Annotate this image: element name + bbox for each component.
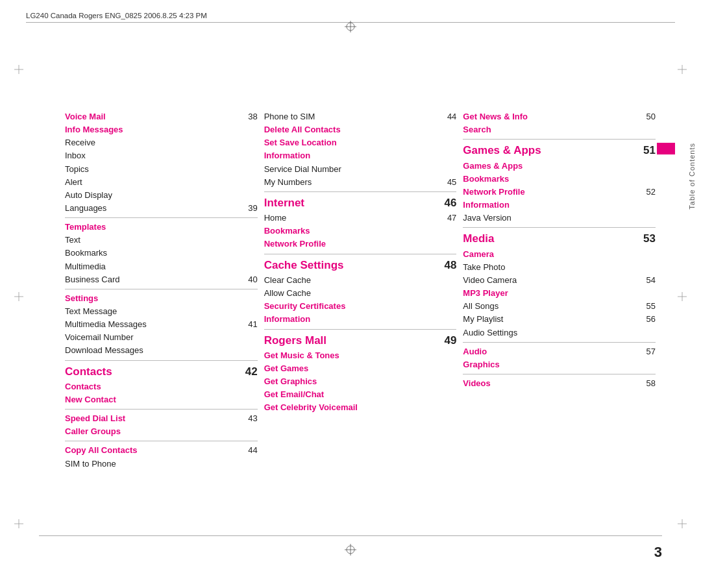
toc-page-number: 51 xyxy=(640,142,656,159)
toc-entry: Get Games xyxy=(264,362,457,375)
toc-entry-label: Service Dial Number xyxy=(264,163,457,176)
toc-entry-label: Multimedia xyxy=(65,260,258,273)
toc-page-number: 55 xyxy=(640,300,656,313)
crosshair-bottom-icon xyxy=(345,544,356,556)
toc-entry: Caller Groups xyxy=(65,425,258,438)
toc-entry: Allow Cache xyxy=(264,287,457,300)
toc-entry: Audio57 xyxy=(463,345,656,358)
toc-entry-label: Voicemail Number xyxy=(65,331,258,344)
toc-entry: Inbox xyxy=(65,149,258,162)
toc-entry: Take Photo xyxy=(463,261,656,274)
toc-entry: Videos58 xyxy=(463,377,656,390)
toc-page-number: 50 xyxy=(640,110,656,123)
toc-sidebar-label: Table of Contents xyxy=(688,143,696,210)
toc-entry-label: Business Card xyxy=(65,273,242,286)
toc-page-number: 56 xyxy=(640,313,656,326)
reg-mark-right-bot xyxy=(678,519,687,528)
toc-entry-label: Phone to SIM xyxy=(264,110,441,123)
toc-entry: Copy All Contacts44 xyxy=(65,444,258,457)
toc-entry: Cache Settings48 xyxy=(264,257,457,274)
toc-entry: Receive xyxy=(65,136,258,149)
toc-entry: Voice Mail38 xyxy=(65,110,258,123)
toc-entry-label: Take Photo xyxy=(463,261,656,274)
toc-entry: Service Dial Number xyxy=(264,163,457,176)
toc-entry: Camera xyxy=(463,248,656,261)
toc-entry: Multimedia xyxy=(65,260,258,273)
toc-entry-label: Get Graphics xyxy=(264,375,457,388)
toc-entry: Get Graphics xyxy=(264,375,457,388)
toc-entry: Voicemail Number xyxy=(65,331,258,344)
section-divider xyxy=(264,329,457,330)
toc-entry-label: Search xyxy=(463,123,656,136)
toc-entry-label: Text xyxy=(65,234,258,247)
toc-entry: Information xyxy=(264,313,457,326)
toc-entry: Download Messages xyxy=(65,344,258,357)
toc-entry: SIM to Phone xyxy=(65,458,258,471)
toc-entry: Media53 xyxy=(463,230,656,247)
toc-entry: Bookmarks xyxy=(65,247,258,260)
toc-entry: Rogers Mall49 xyxy=(264,332,457,349)
toc-entry: Templates xyxy=(65,221,258,234)
reg-mark-left-top xyxy=(14,65,23,74)
toc-column-3: Get News & Info50SearchGames & Apps51Gam… xyxy=(463,110,662,471)
section-divider xyxy=(463,342,656,343)
toc-entry-label: Clear Cache xyxy=(264,274,457,287)
toc-entry: Security Certificates xyxy=(264,300,457,313)
toc-entry-label: Network Profile xyxy=(463,186,640,199)
toc-entry-label: Info Messages xyxy=(65,123,258,136)
header-label: LG240 Canada Rogers ENG_0825 2006.8.25 4… xyxy=(26,12,207,19)
toc-entry: Info Messages xyxy=(65,123,258,136)
toc-entry-label: MP3 Player xyxy=(463,287,656,300)
toc-entry-label: Information xyxy=(264,149,457,162)
toc-page-number: 44 xyxy=(242,444,258,457)
toc-page-number: 53 xyxy=(640,230,656,247)
toc-entry: Phone to SIM44 xyxy=(264,110,457,123)
toc-entry: Set Save Location xyxy=(264,136,457,149)
toc-entry-label: Cache Settings xyxy=(264,257,441,274)
toc-entry: Text Message xyxy=(65,305,258,318)
toc-entry: My Numbers45 xyxy=(264,176,457,189)
toc-entry-label: Delete All Contacts xyxy=(264,123,457,136)
toc-entry-label: Caller Groups xyxy=(65,425,258,438)
toc-entry: Delete All Contacts xyxy=(264,123,457,136)
toc-page-number: 54 xyxy=(640,274,656,287)
section-divider xyxy=(65,409,258,410)
toc-entry-label: Contacts xyxy=(65,363,242,380)
toc-entry-label: Get Games xyxy=(264,362,457,375)
toc-entry-label: Multimedia Messages xyxy=(65,318,242,331)
toc-entry-label: Auto Display xyxy=(65,189,258,202)
section-divider xyxy=(264,191,457,192)
toc-page-number: 38 xyxy=(242,110,258,123)
toc-entry-label: Audio Settings xyxy=(463,326,656,339)
toc-entry-label: Security Certificates xyxy=(264,300,457,313)
toc-page-number: 43 xyxy=(242,412,258,425)
toc-entry-label: Audio xyxy=(463,345,640,358)
toc-entry-label: Download Messages xyxy=(65,344,258,357)
toc-page-number: 41 xyxy=(242,318,258,331)
toc-entry-label: Information xyxy=(463,199,656,212)
toc-entry: MP3 Player xyxy=(463,287,656,300)
toc-entry-label: New Contact xyxy=(65,393,258,406)
toc-entry: Settings xyxy=(65,292,258,305)
toc-entry-label: Get Email/Chat xyxy=(264,388,457,401)
bottom-divider xyxy=(39,535,662,536)
toc-entry: Network Profile52 xyxy=(463,186,656,199)
toc-entry: Graphics xyxy=(463,358,656,371)
toc-page-number: 44 xyxy=(441,110,456,123)
toc-entry: Java Version xyxy=(463,212,656,225)
section-divider xyxy=(264,254,457,254)
toc-entry-label: Copy All Contacts xyxy=(65,444,242,457)
toc-entry-label: Inbox xyxy=(65,149,258,162)
toc-entry: Speed Dial List43 xyxy=(65,412,258,425)
toc-entry-label: Java Version xyxy=(463,212,656,225)
toc-entry: Information xyxy=(264,149,457,162)
toc-column-1: Voice Mail38Info MessagesReceiveInboxTop… xyxy=(65,110,264,471)
toc-entry-label: Bookmarks xyxy=(65,247,258,260)
toc-page-number: 52 xyxy=(640,186,656,199)
toc-entry-label: Bookmarks xyxy=(264,225,457,238)
toc-entry: Home47 xyxy=(264,212,457,225)
section-divider xyxy=(65,217,258,218)
section-divider xyxy=(463,227,656,228)
toc-entry: Network Profile xyxy=(264,238,457,251)
toc-entry-label: Home xyxy=(264,212,441,225)
